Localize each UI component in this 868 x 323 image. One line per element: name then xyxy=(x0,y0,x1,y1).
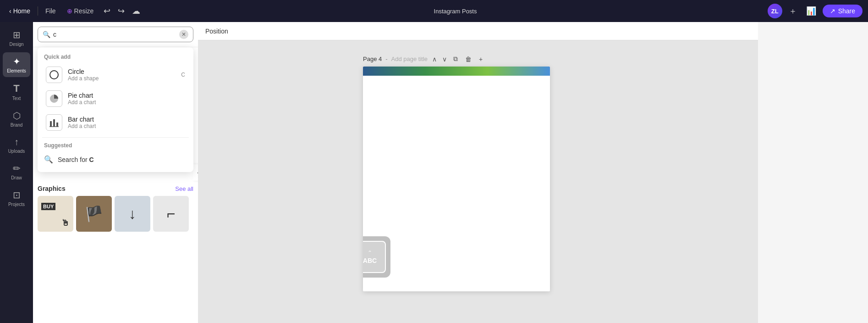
elements-icon: ✦ xyxy=(13,56,21,67)
dropdown-item-pie-chart[interactable]: Pie chart Add a chart xyxy=(39,87,192,111)
search-for-text: Search for C xyxy=(58,156,94,163)
topbar: ‹ Home File ⊕ Resize ↩ ↪ ☁ Instagram Pos… xyxy=(0,0,868,22)
file-label: File xyxy=(45,7,56,15)
sidebar-label-draw: Draw xyxy=(11,175,22,180)
document-title: Instagram Posts xyxy=(434,8,477,15)
add-page-button[interactable]: + xyxy=(477,55,484,64)
circle-item-text: Circle Add a shape xyxy=(68,68,176,82)
graphic-thumb-arrow[interactable]: ↓ xyxy=(115,196,150,232)
projects-icon: ⊡ xyxy=(13,189,21,200)
draw-icon: ✏ xyxy=(13,163,21,174)
topbar-left: ‹ Home File ⊕ Resize ↩ ↪ ☁ xyxy=(5,4,143,18)
dropdown-divider xyxy=(42,137,189,138)
sidebar-item-brand[interactable]: ⬡ Brand xyxy=(3,106,30,131)
graphics-title: Graphics xyxy=(38,185,66,192)
undo-button[interactable]: ↩ xyxy=(101,4,113,18)
canvas-content[interactable]: Page 4 - Add page title ∧ ∨ ⧉ 🗑 + ↻ xyxy=(198,40,758,323)
page-header: Page 4 - Add page title ∧ ∨ ⧉ 🗑 + xyxy=(363,54,550,64)
sidebar-item-uploads[interactable]: ↑ Uploads xyxy=(3,133,30,157)
delete-page-button[interactable]: 🗑 xyxy=(463,55,473,64)
abc-inner: ⌃ ABC xyxy=(363,241,386,273)
page-up-button[interactable]: ∧ xyxy=(431,55,438,64)
page-title-input[interactable]: Add page title xyxy=(391,56,428,62)
position-label: Position xyxy=(205,28,228,35)
sidebar-label-elements: Elements xyxy=(7,68,26,73)
home-label: Home xyxy=(13,7,30,15)
position-bar: Position xyxy=(198,22,758,40)
sidebar-item-design[interactable]: ⊞ Design xyxy=(3,26,30,50)
search-clear-button[interactable]: ✕ xyxy=(179,30,188,39)
text-icon: T xyxy=(13,83,19,95)
file-menu[interactable]: File xyxy=(42,6,60,17)
topbar-right: ZL ＋ 📊 ↗ Share xyxy=(768,4,863,18)
uploads-icon: ↑ xyxy=(14,137,19,147)
brand-icon: ⬡ xyxy=(13,110,21,121)
pie-chart-subtitle: Add a chart xyxy=(68,99,185,106)
sidebar-label-projects: Projects xyxy=(8,202,25,207)
redo-button[interactable]: ↪ xyxy=(115,4,127,18)
back-button[interactable]: ‹ Home xyxy=(5,6,34,17)
share-label: Share xyxy=(838,7,855,15)
page-container: Page 4 - Add page title ∧ ∨ ⧉ 🗑 + ↻ xyxy=(363,54,550,291)
search-input[interactable] xyxy=(53,31,176,38)
svg-rect-3 xyxy=(56,123,58,127)
search-for-icon: 🔍 xyxy=(44,155,53,164)
resize-button[interactable]: ⊕ Resize xyxy=(63,6,98,17)
search-for-term: C xyxy=(89,156,93,163)
page-number: Page 4 xyxy=(363,56,382,62)
abc-text: ABC xyxy=(363,257,377,264)
duplicate-page-button[interactable]: ⧉ xyxy=(451,54,460,64)
dropdown-item-circle[interactable]: Circle Add a shape C xyxy=(39,63,192,87)
sidebar: ⊞ Design ✦ Elements T Text ⬡ Brand ↑ Upl… xyxy=(0,22,33,323)
graphic-thumb-buy[interactable]: BUY 🖱 xyxy=(38,196,73,232)
canvas-area: Position Page 4 - Add page title ∧ ∨ ⧉ 🗑… xyxy=(198,22,758,323)
search-box[interactable]: 🔍 ✕ xyxy=(38,27,193,42)
sidebar-item-text[interactable]: T Text xyxy=(3,79,30,105)
quick-add-label: Quick add xyxy=(38,52,193,63)
resize-icon: ⊕ xyxy=(67,7,72,15)
pie-chart-preview-icon xyxy=(46,90,62,107)
sidebar-label-text: Text xyxy=(12,96,21,101)
see-all-link[interactable]: See all xyxy=(175,185,193,192)
add-person-button[interactable]: ＋ xyxy=(786,4,800,18)
bar-chart-preview-icon xyxy=(46,114,62,131)
share-icon: ↗ xyxy=(830,7,835,15)
sidebar-label-brand: Brand xyxy=(11,123,23,128)
cloud-save-button[interactable]: ☁ xyxy=(129,4,143,18)
svg-rect-2 xyxy=(53,119,55,127)
graphic-thumb-flag[interactable]: 🏴 xyxy=(76,196,112,232)
main-area: ⊞ Design ✦ Elements T Text ⬡ Brand ↑ Upl… xyxy=(0,22,868,323)
chevron-left-icon: ‹ xyxy=(9,7,11,15)
sidebar-item-draw[interactable]: ✏ Draw xyxy=(3,159,30,184)
circle-shortcut: C xyxy=(181,72,185,78)
bar-chart-subtitle: Add a chart xyxy=(68,123,185,129)
search-for-item[interactable]: 🔍 Search for C xyxy=(38,151,193,167)
search-icon: 🔍 xyxy=(43,31,50,38)
sidebar-label-uploads: Uploads xyxy=(8,149,25,154)
graphics-grid: BUY 🖱 🏴 ↓ ⌐ xyxy=(38,196,193,232)
chart-button[interactable]: 📊 xyxy=(803,4,819,18)
topbar-divider xyxy=(38,6,38,16)
bar-chart-title: Bar chart xyxy=(68,116,185,123)
page-down-button[interactable]: ∨ xyxy=(441,55,448,64)
abc-up-arrow: ⌃ xyxy=(368,250,372,256)
circle-preview-icon xyxy=(46,67,62,83)
share-button[interactable]: ↗ Share xyxy=(823,5,863,17)
search-container: 🔍 ✕ xyxy=(33,22,198,47)
topbar-center: Instagram Posts xyxy=(147,8,764,15)
circle-subtitle: Add a shape xyxy=(68,75,176,82)
panel-scroll[interactable]: Graphics See all BUY 🖱 🏴 ↓ ⌐ xyxy=(33,176,198,323)
graphic-thumb-bracket[interactable]: ⌐ xyxy=(153,196,189,232)
sidebar-item-projects[interactable]: ⊡ Projects xyxy=(3,186,30,211)
suggested-label: Suggested xyxy=(38,140,193,151)
design-icon: ⊞ xyxy=(13,29,21,40)
graphics-header: Graphics See all xyxy=(38,185,193,192)
page-canvas[interactable]: ↻ ⌃ ABC xyxy=(363,67,550,291)
pie-chart-title: Pie chart xyxy=(68,92,185,99)
pie-chart-item-text: Pie chart Add a chart xyxy=(68,92,185,106)
dropdown-item-bar-chart[interactable]: Bar chart Add a chart xyxy=(39,111,192,134)
sidebar-item-elements[interactable]: ✦ Elements xyxy=(3,52,30,77)
undo-redo-group: ↩ ↪ ☁ xyxy=(101,4,143,18)
bar-chart-item-text: Bar chart Add a chart xyxy=(68,116,185,129)
user-avatar[interactable]: ZL xyxy=(768,4,782,18)
